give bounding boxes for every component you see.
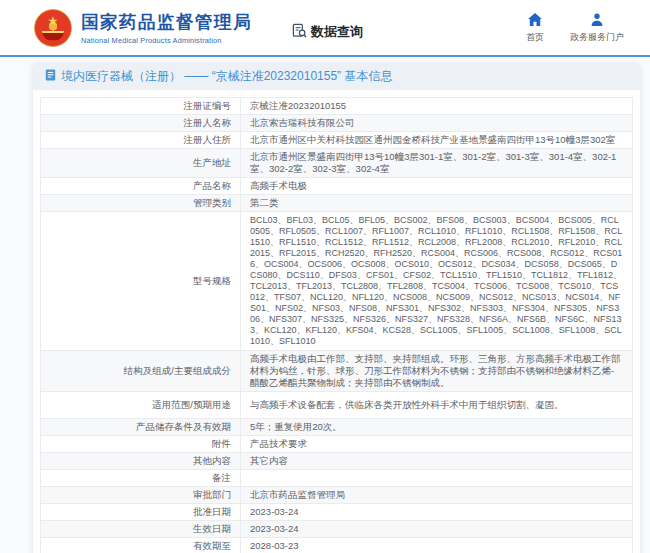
row-label: 生效日期 <box>41 521 241 538</box>
row-label: 注册证编号 <box>41 98 241 115</box>
table-row: 结构及组成/主要组成成分高频手术电极由工作部、支持部、夹持部组成。环形、三角形、… <box>41 351 633 392</box>
table-row: 其他内容其它内容 <box>41 453 633 470</box>
data-query-label: 数据查询 <box>311 23 363 41</box>
row-value: 北京索吉瑞科技有限公司 <box>241 115 633 132</box>
nav-portal-label: 政务服务门户 <box>570 31 624 44</box>
org-name-en: National Medical Products Administration <box>81 36 252 45</box>
row-label: 适用范围/预期用途 <box>41 392 241 419</box>
row-value: 2028-03-23 <box>241 538 633 553</box>
row-value: 5年；重复使用20次。 <box>241 419 633 436</box>
row-value <box>241 470 633 487</box>
row-label: 其他内容 <box>41 453 241 470</box>
national-emblem-icon <box>34 9 72 47</box>
table-row: 备注 <box>41 470 633 487</box>
row-label: 注册人名称 <box>41 115 241 132</box>
row-label: 管理类别 <box>41 195 241 212</box>
row-value: 高频手术电极 <box>241 178 633 195</box>
nav-portal[interactable]: 政务服务门户 <box>570 13 624 44</box>
data-query-nav[interactable]: 数据查询 <box>292 23 363 41</box>
row-value: 其它内容 <box>241 453 633 470</box>
site-header: 国家药品监督管理局 National Medical Products Admi… <box>0 0 650 57</box>
table-row: 附件产品技术要求 <box>41 436 633 453</box>
table-row: 生产地址北京市通州区景盛南四街甲13号10幢3层301-1室、301-2室、30… <box>41 149 633 178</box>
table-row: 审批部门北京市药品监督管理局 <box>41 487 633 504</box>
table-row: 注册证编号京械注准20232010155 <box>41 98 633 115</box>
row-value: 与高频手术设备配套，供临床各类开放性外科手术中用于组织切割、凝固。 <box>241 392 633 419</box>
row-value: 第二类 <box>241 195 633 212</box>
table-row: 产品储存条件及有效期5年；重复使用20次。 <box>41 419 633 436</box>
content-box: 境内医疗器械（注册） —— “京械注准20232010155” 基本信息 注册证… <box>33 63 640 553</box>
table-row: 管理类别第二类 <box>41 195 633 212</box>
row-label: 审批部门 <box>41 487 241 504</box>
row-value: 高频手术电极由工作部、支持部、夹持部组成。环形、三角形、方形高频手术电极工作部材… <box>241 351 633 392</box>
row-value: BCL03、BFL03、BCL05、BFL05、BCS002、BFS08、BCS… <box>241 212 633 351</box>
user-icon <box>590 13 604 31</box>
page-body: 境内医疗器械（注册） —— “京械注准20232010155” 基本信息 注册证… <box>0 57 650 553</box>
row-value: 京械注准20232010155 <box>241 98 633 115</box>
row-label: 注册人住所 <box>41 132 241 149</box>
table-row: 注册人名称北京索吉瑞科技有限公司 <box>41 115 633 132</box>
row-value: 北京市通州区中关村科技园区通州园金桥科技产业基地景盛南四街甲13号10幢3层30… <box>241 132 633 149</box>
row-value: 2023-03-24 <box>241 521 633 538</box>
row-label: 型号规格 <box>41 212 241 351</box>
row-value: 北京市药品监督管理局 <box>241 487 633 504</box>
row-label: 结构及组成/主要组成成分 <box>41 351 241 392</box>
home-icon <box>528 13 542 31</box>
table-row: 产品名称高频手术电极 <box>41 178 633 195</box>
table-row: 适用范围/预期用途与高频手术设备配套，供临床各类开放性外科手术中用于组织切割、凝… <box>41 392 633 419</box>
org-name-cn: 国家药品监督管理局 <box>81 10 252 34</box>
row-label: 有效期至 <box>41 538 241 553</box>
nmpa-logo[interactable]: 国家药品监督管理局 National Medical Products Admi… <box>34 9 252 47</box>
nav-home[interactable]: 首页 <box>526 13 544 44</box>
row-value: 产品技术要求 <box>241 436 633 453</box>
panel-title-bar: 境内医疗器械（注册） —— “京械注准20232010155” 基本信息 <box>33 63 640 90</box>
nav-home-label: 首页 <box>526 31 544 44</box>
table-row: 型号规格BCL03、BFL03、BCL05、BFL05、BCS002、BFS08… <box>41 212 633 351</box>
row-label: 附件 <box>41 436 241 453</box>
document-icon <box>45 69 61 84</box>
doc-search-icon <box>292 23 311 41</box>
info-table-body: 注册证编号京械注准20232010155注册人名称北京索吉瑞科技有限公司注册人住… <box>41 98 633 553</box>
row-label: 产品名称 <box>41 178 241 195</box>
row-label: 生产地址 <box>41 149 241 178</box>
registration-info-table: 注册证编号京械注准20232010155注册人名称北京索吉瑞科技有限公司注册人住… <box>40 97 633 553</box>
row-label: 批准日期 <box>41 504 241 521</box>
row-value: 2023-03-24 <box>241 504 633 521</box>
panel-title-text: 境内医疗器械（注册） —— “京械注准20232010155” 基本信息 <box>61 68 392 85</box>
org-names: 国家药品监督管理局 National Medical Products Admi… <box>81 10 252 45</box>
top-nav: 首页 政务服务门户 <box>526 13 624 44</box>
table-row: 有效期至2028-03-23 <box>41 538 633 553</box>
table-row: 批准日期2023-03-24 <box>41 504 633 521</box>
row-label: 产品储存条件及有效期 <box>41 419 241 436</box>
table-row: 生效日期2023-03-24 <box>41 521 633 538</box>
row-label: 备注 <box>41 470 241 487</box>
table-row: 注册人住所北京市通州区中关村科技园区通州园金桥科技产业基地景盛南四街甲13号10… <box>41 132 633 149</box>
row-value: 北京市通州区景盛南四街甲13号10幢3层301-1室、301-2室、301-3室… <box>241 149 633 178</box>
